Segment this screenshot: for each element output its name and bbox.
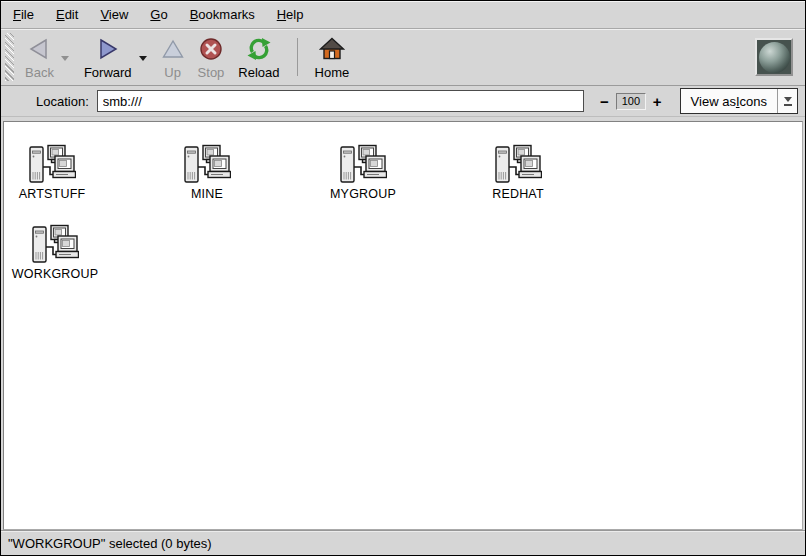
back-history-chevron-icon[interactable] [61,56,69,61]
zoom-controls: − 100 + [596,93,666,110]
throbber-globe-icon [755,38,793,76]
item-label: REDHAT [492,187,544,201]
menu-help[interactable]: Help [266,2,315,27]
forward-label: Forward [84,65,132,80]
back-label: Back [25,65,54,80]
forward-arrow-icon [96,37,120,61]
workgroup-item-redhat[interactable]: REDHAT [466,144,570,201]
zoom-level-indicator[interactable]: 100 [616,93,646,110]
forward-history-chevron-icon[interactable] [139,56,147,61]
workgroup-item-mine[interactable]: MINE [155,144,259,201]
workgroup-item-mygroup[interactable]: MYGROUP [311,144,415,201]
reload-button[interactable]: Reload [231,30,286,84]
icon-view-pane[interactable]: ARTSTUFF MINE MYGROUP REDHAT WORKGROUP [3,121,803,530]
status-bar: "WORKGROUP" selected (0 bytes) [1,530,805,555]
up-arrow-icon [162,37,184,61]
status-text: "WORKGROUP" selected (0 bytes) [8,536,212,551]
item-label: MINE [191,187,223,201]
item-label: WORKGROUP [12,267,99,281]
location-bar: Location: − 100 + View as Icons [1,86,805,117]
globe-sphere [759,42,790,73]
zoom-out-button[interactable]: − [596,93,613,110]
home-button[interactable]: Home [308,30,357,84]
back-button[interactable]: Back [18,30,61,84]
up-button[interactable]: Up [155,30,191,84]
back-arrow-icon [27,37,51,61]
stop-button[interactable]: Stop [191,30,232,84]
view-as-label: View as Icons [681,89,777,113]
item-label: MYGROUP [330,187,396,201]
home-label: Home [315,65,350,80]
location-label: Location: [36,94,89,109]
forward-button[interactable]: Forward [77,30,139,84]
menu-bar: File Edit View Go Bookmarks Help [1,1,805,29]
zoom-in-button[interactable]: + [649,93,666,110]
toolbar-grip-handle[interactable] [5,33,14,81]
file-manager-window: File Edit View Go Bookmarks Help Back Fo… [0,0,806,556]
reload-icon [246,37,272,61]
stop-icon [199,37,223,61]
home-icon [319,37,345,61]
network-computers-icon [339,144,387,186]
item-label: ARTSTUFF [19,187,86,201]
toolbar-separator [297,38,298,76]
network-computers-icon [28,144,76,186]
up-label: Up [164,65,181,80]
workgroup-item-artstuff[interactable]: ARTSTUFF [3,144,104,201]
menu-go[interactable]: Go [139,2,178,27]
location-input[interactable] [97,90,584,112]
dropdown-arrow-icon[interactable] [777,89,797,113]
toolbar: Back Forward Up Stop [1,29,805,86]
menu-file[interactable]: File [2,2,45,27]
workgroup-item-workgroup[interactable]: WORKGROUP [3,224,107,281]
reload-label: Reload [238,65,279,80]
network-computers-icon [494,144,542,186]
menu-bookmarks[interactable]: Bookmarks [179,2,266,27]
stop-label: Stop [198,65,225,80]
view-as-dropdown[interactable]: View as Icons [680,88,798,114]
menu-view[interactable]: View [89,2,139,27]
network-computers-icon [183,144,231,186]
menu-edit[interactable]: Edit [45,2,89,27]
network-computers-icon [31,224,79,266]
